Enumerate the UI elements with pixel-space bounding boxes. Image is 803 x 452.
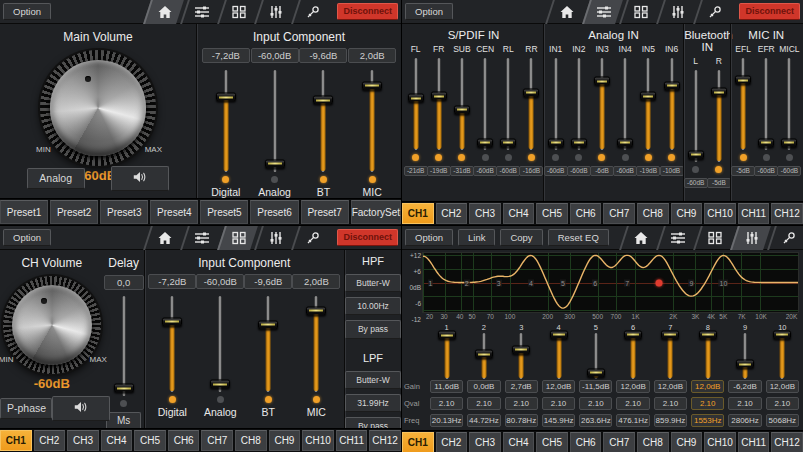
volume-slider[interactable] bbox=[663, 58, 681, 150]
channel-gain-value[interactable]: -60dB bbox=[567, 166, 591, 176]
volume-slider[interactable] bbox=[522, 58, 540, 150]
speaker-mute-button[interactable] bbox=[111, 166, 169, 191]
slider-handle[interactable] bbox=[624, 330, 642, 339]
nav-tab-channel-mixer[interactable] bbox=[181, 0, 222, 24]
preset-button-preset7[interactable]: Preset7 bbox=[301, 200, 349, 224]
main-volume-knob[interactable]: MIN MAX bbox=[40, 50, 156, 166]
volume-slider[interactable] bbox=[687, 70, 705, 162]
eq-freq-value[interactable]: 476.1Hz bbox=[616, 414, 649, 427]
channel-tab-ch12[interactable]: CH12 bbox=[369, 430, 401, 451]
nav-tab-home[interactable] bbox=[144, 226, 185, 250]
eq-gain-value[interactable]: -11,5dB bbox=[579, 380, 612, 393]
eq-band-marker-2[interactable]: 2 bbox=[464, 279, 470, 286]
nav-tab-setup-key[interactable] bbox=[694, 0, 735, 24]
p-phase-button[interactable]: P-phase bbox=[0, 398, 52, 419]
channel-gain-value[interactable]: -60dB bbox=[777, 166, 801, 176]
hpf-type-button[interactable]: Butter-W bbox=[345, 274, 401, 292]
channel-gain-value[interactable]: -6dB bbox=[590, 166, 614, 176]
nav-tab-matrix-grid[interactable] bbox=[620, 0, 661, 24]
channel-tab-ch3[interactable]: CH3 bbox=[469, 432, 501, 452]
eq-band-slider[interactable] bbox=[623, 333, 643, 379]
eq-band-slider[interactable] bbox=[549, 333, 569, 379]
slider-handle[interactable] bbox=[306, 306, 326, 315]
volume-slider[interactable] bbox=[616, 58, 634, 150]
slider-handle[interactable] bbox=[736, 360, 754, 369]
slider-handle[interactable] bbox=[699, 330, 717, 339]
eq-band-marker-7[interactable]: 7 bbox=[624, 279, 630, 286]
channel-gain-value[interactable]: -7,2dB bbox=[202, 48, 250, 63]
eq-band-slider[interactable] bbox=[511, 333, 531, 379]
option-button[interactable]: Option bbox=[3, 229, 51, 246]
eq-freq-value[interactable]: 1553Hz bbox=[691, 414, 724, 427]
slider-handle[interactable] bbox=[216, 93, 236, 102]
delay-value[interactable]: 0,0 bbox=[104, 275, 144, 290]
channel-tab-ch4[interactable]: CH4 bbox=[503, 432, 535, 452]
volume-slider[interactable] bbox=[312, 70, 334, 172]
eq-gain-value[interactable]: -6,2dB bbox=[728, 380, 761, 393]
channel-gain-value[interactable]: -5dB bbox=[731, 166, 755, 176]
volume-slider[interactable] bbox=[547, 58, 565, 150]
eq-gain-value[interactable]: 12,0dB bbox=[654, 380, 687, 393]
channel-gain-value[interactable]: -9,6dB bbox=[244, 274, 292, 289]
disconnect-button[interactable]: Disconnect bbox=[337, 3, 398, 20]
channel-tab-ch10[interactable]: CH10 bbox=[704, 203, 736, 224]
slider-handle[interactable] bbox=[688, 150, 704, 159]
channel-tab-ch4[interactable]: CH4 bbox=[101, 430, 133, 451]
eq-qval-value[interactable]: 2.10 bbox=[654, 397, 687, 410]
hpf-bypass-button[interactable]: By pass bbox=[345, 320, 401, 338]
option-button[interactable]: Option bbox=[405, 229, 453, 246]
channel-gain-value[interactable]: -60dB bbox=[496, 166, 520, 176]
eq-gain-value[interactable]: 12,0dB bbox=[616, 380, 649, 393]
channel-tab-ch7[interactable]: CH7 bbox=[603, 203, 635, 224]
channel-gain-value[interactable]: -5dB bbox=[707, 178, 731, 188]
slider-handle[interactable] bbox=[664, 81, 680, 90]
eq-qval-value[interactable]: 2.10 bbox=[616, 397, 649, 410]
channel-tab-ch12[interactable]: CH12 bbox=[771, 432, 803, 452]
channel-tab-ch10[interactable]: CH10 bbox=[302, 430, 334, 451]
nav-tab-setup-key[interactable] bbox=[292, 0, 333, 24]
eq-freq-value[interactable]: 145.9Hz bbox=[542, 414, 575, 427]
nav-tab-equalizer[interactable] bbox=[255, 0, 296, 24]
slider-handle[interactable] bbox=[431, 92, 447, 101]
channel-tab-ch11[interactable]: CH11 bbox=[738, 432, 770, 452]
eq-gain-value[interactable]: 2,7dB bbox=[505, 380, 538, 393]
eq-gain-value[interactable]: 0,0dB bbox=[467, 380, 500, 393]
channel-tab-ch2[interactable]: CH2 bbox=[436, 432, 468, 452]
slider-handle[interactable] bbox=[258, 320, 278, 329]
eq-freq-value[interactable]: 44.72Hz bbox=[467, 414, 500, 427]
nav-tab-matrix-grid[interactable] bbox=[218, 0, 259, 24]
slider-handle[interactable] bbox=[265, 159, 285, 168]
volume-slider[interactable] bbox=[264, 70, 286, 172]
eq-qval-value[interactable]: 2.10 bbox=[766, 397, 799, 410]
slider-handle[interactable] bbox=[773, 330, 791, 339]
hpf-freq-button[interactable]: 10.00Hz bbox=[345, 297, 401, 315]
channel-gain-value[interactable]: -9,6dB bbox=[299, 48, 347, 63]
channel-gain-value[interactable]: -60dB bbox=[613, 166, 637, 176]
channel-tab-ch3[interactable]: CH3 bbox=[469, 203, 501, 224]
slider-handle[interactable] bbox=[362, 81, 382, 90]
eq-freq-value[interactable]: 859.9Hz bbox=[654, 414, 687, 427]
eq-qval-value[interactable]: 2.10 bbox=[542, 397, 575, 410]
nav-tab-channel-mixer[interactable] bbox=[181, 226, 222, 250]
volume-slider[interactable] bbox=[757, 58, 775, 150]
eq-band-marker-4[interactable]: 4 bbox=[528, 279, 534, 286]
channel-tab-ch4[interactable]: CH4 bbox=[503, 203, 535, 224]
eq-qval-value[interactable]: 2.10 bbox=[430, 397, 463, 410]
nav-tab-home[interactable] bbox=[546, 0, 587, 24]
channel-tab-ch10[interactable]: CH10 bbox=[704, 432, 736, 452]
slider-handle[interactable] bbox=[408, 94, 424, 103]
channel-gain-value[interactable]: 2,0dB bbox=[348, 48, 396, 63]
preset-button-preset1[interactable]: Preset1 bbox=[0, 200, 48, 224]
slider-handle[interactable] bbox=[550, 330, 568, 339]
channel-gain-value[interactable]: -60dB bbox=[754, 166, 778, 176]
preset-button-preset2[interactable]: Preset2 bbox=[50, 200, 98, 224]
lpf-type-button[interactable]: Butter-W bbox=[345, 371, 401, 389]
channel-gain-value[interactable]: -16dB bbox=[519, 166, 543, 176]
eq-freq-value[interactable]: 263.6Hz bbox=[579, 414, 612, 427]
volume-slider[interactable] bbox=[639, 58, 657, 150]
channel-tab-ch8[interactable]: CH8 bbox=[235, 430, 267, 451]
eq-band-slider[interactable] bbox=[735, 333, 755, 379]
eq-gain-value[interactable]: 11,6dB bbox=[430, 380, 463, 393]
volume-slider[interactable] bbox=[570, 58, 588, 150]
eq-plot-area[interactable]: 1234567910 bbox=[422, 252, 799, 313]
